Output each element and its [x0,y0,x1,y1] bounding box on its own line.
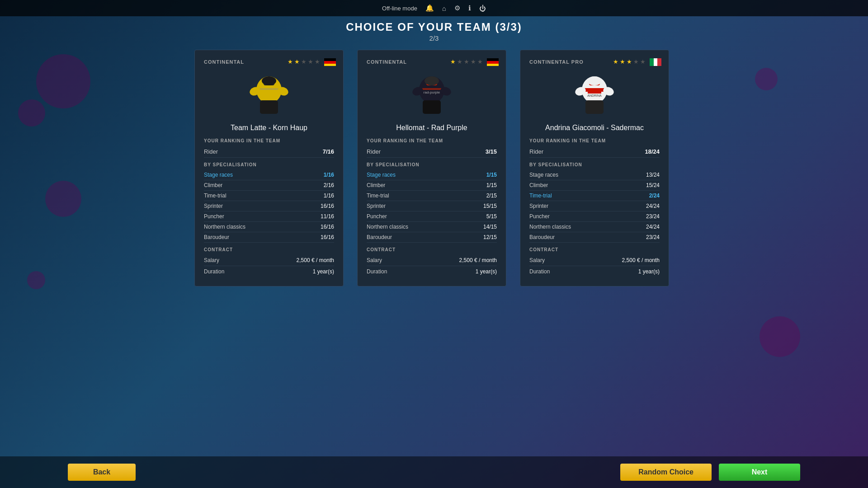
duration-value: 1 year(s) [313,268,334,275]
team-name: Andrina Giacomoli - Sadermac [529,124,660,132]
spec-row: Time-trial 2/24 [529,191,660,201]
spec-value: 2/24 [649,192,660,199]
spec-label: Climber [529,182,548,188]
spec-label: Puncher [204,213,224,220]
spec-row: Climber 2/16 [204,180,334,191]
deco-circle [760,316,800,357]
spec-label: Sprinter [204,203,223,209]
star-empty: ★ [471,58,476,65]
spec-label: Climber [367,182,385,188]
card-stars: ★★★★★ [613,58,660,65]
offline-mode-label: Off-line mode [382,5,417,12]
spec-label: Northern classics [367,224,408,230]
flag-de-icon [487,58,497,65]
spec-value: 1/16 [324,192,334,199]
spec-row: Stage races 1/15 [367,170,497,180]
back-button[interactable]: Back [68,464,136,481]
duration-row: Duration 1 year(s) [204,266,334,277]
jersey-container [204,70,334,119]
spec-row: Stage races 13/24 [529,170,660,180]
spec-value: 16/16 [321,203,334,209]
next-button[interactable]: Next [719,464,800,481]
flag-it-icon [650,58,660,65]
svg-point-9 [262,76,276,85]
spec-row: Baroudeur 16/16 [204,232,334,243]
bell-icon[interactable]: 🔔 [425,4,434,12]
ranking-section-header: YOUR RANKING IN THE TEAM [367,138,497,143]
team-card-1[interactable]: CONTINENTAL ★★★★★ [194,50,344,286]
random-choice-button[interactable]: Random Choice [620,464,712,481]
right-buttons: Random Choice Next [620,464,800,481]
rider-value: 3/15 [486,148,497,155]
star-empty: ★ [308,58,313,65]
card-category: CONTINENTAL [204,59,244,65]
spec-row: Sprinter 16/16 [204,201,334,211]
deco-circle [18,99,45,127]
svg-rect-21 [650,58,654,66]
contract-section-header: CONTRACT [367,247,497,252]
star-filled: ★ [294,58,300,65]
rider-ranking-row: Rider 18/24 [529,146,660,158]
star-empty: ★ [457,58,462,65]
spec-value: 1/15 [486,182,497,188]
title-area: CHOICE OF YOUR TEAM (3/3) 2/3 [0,16,868,45]
svg-rect-23 [657,58,661,66]
team-name: Team Latte - Korn Haup [204,124,334,132]
top-bar: Off-line mode 🔔 ⌂ ⚙ ℹ ⏻ [0,0,868,16]
salary-row: Salary 2,500 € / month [529,255,660,266]
spec-label: Northern classics [204,224,245,230]
deco-circle [27,271,45,289]
star-empty: ★ [464,58,469,65]
spec-row: Time-trial 2/15 [367,191,497,201]
salary-label: Salary [367,257,382,263]
svg-rect-10 [487,58,499,61]
rider-label: Rider [367,148,381,155]
ranking-section-header: YOUR RANKING IN THE TEAM [204,138,334,143]
power-icon[interactable]: ⏻ [479,5,486,12]
rider-ranking-row: Rider 3/15 [367,146,497,158]
contract-section-header: CONTRACT [529,247,660,252]
spec-row: Northern classics 16/16 [204,222,334,232]
spec-label: Climber [204,182,222,188]
team-card-2[interactable]: CONTINENTAL ★★★★★ rad-purple Hellomat - … [357,50,506,286]
spec-section-header: BY SPECIALISATION [367,162,497,167]
spec-label: Time-trial [367,192,389,199]
spec-value: 15/15 [483,203,497,209]
spec-row: Northern classics 24/24 [529,222,660,232]
spec-label: Sprinter [529,203,548,209]
gear-icon[interactable]: ⚙ [454,4,460,12]
star-filled: ★ [620,58,625,65]
cards-container: CONTINENTAL ★★★★★ [194,50,674,286]
spec-value: 24/24 [646,203,660,209]
salary-row: Salary 2,500 € / month [204,255,334,266]
spec-label: Baroudeur [204,234,229,240]
star-empty: ★ [301,58,307,65]
rider-value: 7/16 [323,148,334,155]
spec-row: Climber 1/15 [367,180,497,191]
spec-row: Sprinter 15/15 [367,201,497,211]
spec-value: 12/15 [483,234,497,240]
star-empty: ★ [315,58,320,65]
team-card-3[interactable]: CONTINENTAL PRO ★★★★★ ANDRINA Andrina [520,50,669,286]
spec-value: 24/24 [646,224,660,230]
spec-label: Baroudeur [367,234,392,240]
spec-label: Baroudeur [529,234,555,240]
info-icon[interactable]: ℹ [468,4,471,12]
card-header: CONTINENTAL ★★★★★ [367,58,497,65]
spec-label: Stage races [367,172,396,178]
team-name: Hellomat - Rad Purple [367,124,497,132]
spec-label: Sprinter [367,203,386,209]
svg-rect-18 [423,100,441,114]
spec-row: Time-trial 1/16 [204,191,334,201]
card-header: CONTINENTAL ★★★★★ [204,58,334,65]
rider-value: 18/24 [645,148,660,155]
salary-value: 2,500 € / month [459,257,497,263]
spec-label: Northern classics [529,224,571,230]
duration-label: Duration [204,268,224,275]
card-header: CONTINENTAL PRO ★★★★★ [529,58,660,65]
spec-row: Climber 15/24 [529,180,660,191]
spec-row: Puncher 23/24 [529,211,660,222]
home-icon[interactable]: ⌂ [442,5,446,12]
spec-section-header: BY SPECIALISATION [529,162,660,167]
spec-value: 16/16 [321,224,334,230]
